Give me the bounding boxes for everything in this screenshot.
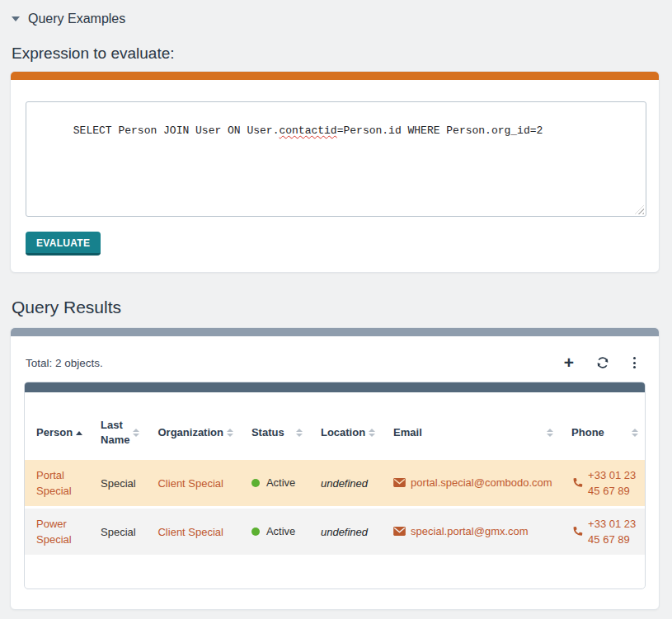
email-link[interactable]: portal.special@combodo.com (393, 475, 552, 490)
table-row: Portal Special Special Client Special Ac… (25, 460, 645, 506)
email-link[interactable]: special.portal@gmx.com (393, 523, 529, 539)
status-cell: Active (251, 475, 295, 490)
person-link[interactable]: Power Special (36, 518, 72, 546)
organization-link[interactable]: Client Special (157, 526, 223, 538)
results-table-container: Person Last Name Organization Status Loc (24, 382, 646, 589)
section-spacer (10, 273, 660, 298)
sort-icon (296, 429, 303, 437)
sort-icon (369, 429, 375, 437)
column-header-status[interactable]: Status (240, 395, 309, 457)
query-text-misspelled: contactid (279, 124, 336, 137)
collapse-triangle-icon[interactable] (12, 16, 20, 21)
actions-menu-icon[interactable] (632, 356, 637, 369)
expression-panel-accent-bar (11, 72, 659, 80)
query-text-before: SELECT Person JOIN User ON User. (73, 124, 280, 137)
query-text-after: =Person.id WHERE Person.org_id=2 (337, 124, 543, 137)
table-row: Power Special Special Client Special Act… (25, 509, 645, 555)
person-link[interactable]: Portal Special (36, 469, 72, 497)
location-cell: undefined (321, 526, 368, 538)
phone-icon (571, 477, 583, 489)
column-header-phone[interactable]: Phone (560, 395, 645, 457)
column-header-person[interactable]: Person (25, 395, 89, 457)
column-header-email[interactable]: Email (382, 395, 560, 457)
phone-link[interactable]: +33 01 23 45 67 89 (571, 516, 638, 547)
sort-icon (632, 429, 638, 437)
results-table: Person Last Name Organization Status Loc (25, 392, 645, 557)
query-examples-title: Query Examples (28, 12, 125, 26)
sort-icon (547, 429, 553, 437)
phone-link[interactable]: +33 01 23 45 67 89 (571, 467, 638, 499)
last-name-cell: Special (89, 509, 146, 555)
column-header-location[interactable]: Location (309, 395, 382, 457)
table-accent-bar (25, 382, 645, 392)
results-toolbar: Total: 2 objects. + (11, 356, 659, 369)
expression-textarea[interactable]: SELECT Person JOIN User ON User.contacti… (26, 101, 646, 217)
expression-panel-body: SELECT Person JOIN User ON User.contacti… (11, 80, 659, 272)
status-cell: Active (251, 523, 295, 539)
evaluate-button[interactable]: EVALUATE (26, 232, 101, 256)
expression-heading: Expression to evaluate: (12, 45, 660, 63)
status-active-icon (251, 479, 260, 487)
last-name-cell: Special (89, 460, 146, 506)
sort-icon (133, 429, 139, 437)
table-header-row: Person Last Name Organization Status Loc (25, 395, 645, 457)
column-header-organization[interactable]: Organization (146, 395, 239, 457)
phone-icon (571, 526, 583, 537)
envelope-icon (393, 478, 406, 487)
status-active-icon (251, 528, 260, 536)
sort-asc-icon (76, 431, 82, 435)
query-examples-collapser[interactable]: Query Examples (10, 7, 660, 30)
refresh-icon[interactable] (596, 356, 609, 369)
sort-icon (227, 429, 233, 437)
column-header-last-name[interactable]: Last Name (89, 395, 146, 457)
textarea-resize-grip[interactable] (635, 205, 644, 214)
location-cell: undefined (321, 477, 368, 490)
expression-panel: SELECT Person JOIN User ON User.contacti… (10, 71, 660, 273)
toolbar-icons: + (564, 356, 637, 369)
results-panel-body: Total: 2 objects. + (11, 336, 659, 609)
organization-link[interactable]: Client Special (157, 477, 223, 490)
results-panel-accent-bar (11, 328, 659, 336)
envelope-icon (393, 527, 406, 536)
query-results-heading: Query Results (12, 298, 660, 317)
results-panel: Total: 2 objects. + (10, 327, 660, 610)
total-objects-label: Total: 2 objects. (26, 357, 103, 369)
add-icon[interactable]: + (564, 356, 574, 369)
